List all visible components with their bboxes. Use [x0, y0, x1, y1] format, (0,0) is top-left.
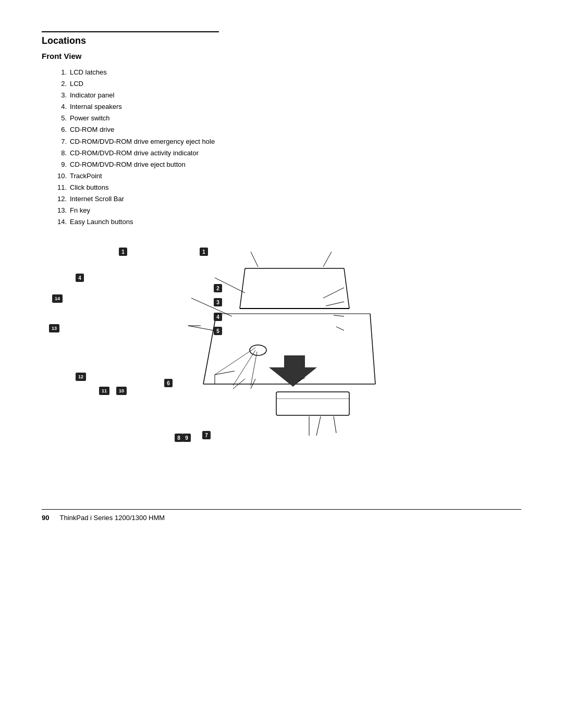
diagram-badge-b7: 7: [202, 431, 211, 439]
diagram-badge-b11: 11: [99, 387, 109, 395]
list-item: 3.Indicator panel: [52, 90, 521, 101]
svg-line-13: [191, 298, 232, 316]
diagram-badge-b5: 5: [214, 327, 222, 335]
diagram-badge-b4: 4: [76, 274, 84, 282]
footer-rule: 90 ThinkPad i Series 1200/1300 HMM: [42, 509, 521, 522]
svg-line-7: [203, 314, 216, 384]
diagram-badge-b6: 6: [164, 379, 173, 387]
page-number: 90: [42, 514, 49, 522]
item-text: Indicator panel: [70, 90, 114, 101]
svg-marker-11: [269, 355, 317, 387]
diagram-badge-b1a: 1: [119, 248, 127, 256]
item-number: 11.: [52, 182, 67, 193]
item-text: LCD latches: [70, 67, 107, 78]
item-text: CD-ROM/DVD-ROM drive emergency eject hol…: [70, 136, 215, 147]
svg-line-3: [240, 268, 245, 309]
page: Locations Front View 1.LCD latches2.LCD3…: [0, 0, 563, 728]
svg-line-18: [334, 315, 344, 316]
list-item: 7.CD-ROM/DVD-ROM drive emergency eject h…: [52, 136, 521, 147]
item-text: Internal speakers: [70, 101, 122, 113]
svg-line-31: [233, 350, 255, 386]
footer: 90 ThinkPad i Series 1200/1300 HMM: [42, 514, 521, 522]
diagram-badge-b3: 3: [214, 298, 222, 306]
item-text: Power switch: [70, 113, 110, 124]
item-text: CD-ROM/DVD-ROM drive eject button: [70, 159, 186, 170]
item-text: Click buttons: [70, 182, 108, 193]
item-number: 6.: [52, 124, 67, 135]
item-number: 9.: [52, 159, 67, 170]
list-item: 8.CD-ROM/DVD-ROM drive activity indicato…: [52, 147, 521, 159]
diagram-badge-b8: 8: [175, 434, 183, 442]
svg-line-16: [323, 288, 344, 298]
diagram-badge-b13: 13: [49, 324, 59, 332]
item-number: 5.: [52, 113, 67, 124]
diagram-badge-b2: 2: [214, 284, 222, 292]
diagram-badge-b10: 10: [116, 387, 127, 395]
list-item: 5.Power switch: [52, 113, 521, 124]
svg-line-8: [370, 314, 375, 384]
list-item: 11.Click buttons: [52, 182, 521, 193]
footer-title: ThinkPad i Series 1200/1300 HMM: [59, 514, 165, 522]
svg-line-29: [334, 416, 336, 433]
item-number: 10.: [52, 170, 67, 182]
section-rule: [42, 31, 219, 32]
svg-line-28: [316, 416, 321, 436]
list-item: 1.LCD latches: [52, 67, 521, 78]
item-number: 2.: [52, 78, 67, 90]
item-number: 8.: [52, 147, 67, 159]
svg-line-32: [251, 352, 257, 386]
diagram-badge-b14: 14: [52, 294, 63, 303]
svg-line-4: [344, 268, 349, 309]
list-item: 14.Easy Launch buttons: [52, 216, 521, 228]
diagram-svg: [42, 238, 521, 488]
item-number: 14.: [52, 216, 67, 228]
item-number: 12.: [52, 193, 67, 205]
section-title: Locations: [42, 35, 521, 46]
item-text: Fn key: [70, 205, 90, 216]
svg-line-17: [326, 302, 344, 306]
svg-line-30: [215, 348, 255, 375]
item-number: 1.: [52, 67, 67, 78]
item-number: 7.: [52, 136, 67, 147]
item-text: LCD: [70, 78, 83, 90]
svg-rect-25: [276, 392, 349, 415]
list-item: 12.Internet Scroll Bar: [52, 193, 521, 205]
item-text: TrackPoint: [70, 170, 102, 182]
list-item: 2.LCD: [52, 78, 521, 90]
sub-title: Front View: [42, 52, 521, 60]
item-number: 4.: [52, 101, 67, 113]
item-text: CD-ROM drive: [70, 124, 114, 135]
item-text: Easy Launch buttons: [70, 216, 133, 228]
diagram-area: 114141323451211106897: [42, 238, 521, 488]
svg-point-10: [250, 345, 266, 355]
diagram-badge-b9: 9: [182, 434, 191, 442]
list-item: 9.CD-ROM/DVD-ROM drive eject button: [52, 159, 521, 170]
item-number: 3.: [52, 90, 67, 101]
diagram-badge-b12: 12: [76, 373, 86, 381]
list-item: 13.Fn key: [52, 205, 521, 216]
svg-line-0: [251, 252, 258, 267]
item-text: CD-ROM/DVD-ROM drive activity indicator: [70, 147, 199, 159]
item-text: Internet Scroll Bar: [70, 193, 124, 205]
item-number: 13.: [52, 205, 67, 216]
svg-line-19: [336, 327, 344, 330]
svg-line-1: [323, 252, 332, 267]
diagram-badge-b4b: 4: [214, 313, 222, 321]
list-item: 4.Internal speakers: [52, 101, 521, 113]
list-item: 10.TrackPoint: [52, 170, 521, 182]
diagram-badge-b1b: 1: [200, 248, 208, 256]
list-item: 6.CD-ROM drive: [52, 124, 521, 135]
component-list: 1.LCD latches2.LCD3.Indicator panel4.Int…: [52, 67, 521, 228]
